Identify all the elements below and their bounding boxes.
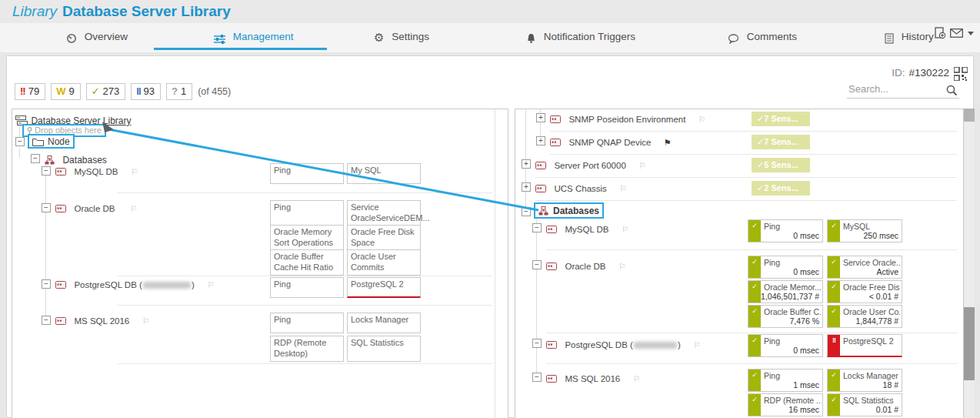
expander-device[interactable]: − <box>532 223 542 232</box>
device-row-server-port[interactable]: Server Port 60000 ⚐ <box>535 158 646 172</box>
sensor-cell[interactable]: Service OracleServiceDEM... <box>347 200 421 226</box>
sensor-cell-error[interactable]: PostgreSQL 2 <box>347 277 421 298</box>
tab-settings[interactable]: ⚙ Settings <box>374 31 429 49</box>
sensor-cell[interactable]: ✓RDP (Remote ...16 msec <box>748 393 823 416</box>
sensor-cell[interactable]: ✓Ping0 msec <box>748 334 823 357</box>
collapsed-sensors-badge[interactable]: ✓5 Sens... <box>752 158 810 172</box>
flag-icon[interactable]: ⚐ <box>619 184 627 193</box>
sensor-cell[interactable]: SQL Statistics <box>347 336 421 362</box>
active-tab-indicator <box>154 48 327 50</box>
flag-icon[interactable]: ⚐ <box>130 204 138 213</box>
collapsed-sensors-badge[interactable]: ✓7 Sens... <box>752 135 810 149</box>
email-icon[interactable] <box>950 25 963 39</box>
dropdown-caret-icon[interactable] <box>968 32 974 35</box>
sensor-row: ✓Ping0 msec !!PostgreSQL 2 <box>748 334 959 357</box>
device-row-mysql-db[interactable]: MySQL DB ⚐ <box>546 222 629 236</box>
device-row-ucs-chassis[interactable]: UCS Chassis ⚐ <box>535 181 627 195</box>
search-input[interactable] <box>847 82 941 96</box>
sensor-cell[interactable]: Oracle Memory Sort Operations <box>270 225 344 251</box>
sensor-cell[interactable]: ✓SQL Statistics0.01 # <box>827 393 902 416</box>
add-report-icon[interactable] <box>935 25 945 39</box>
device-row-snmp-qnap[interactable]: SNMP QNAP Device ⚑ <box>550 135 672 149</box>
sensor-cell[interactable]: ✓Oracle Memor...1,046,501,737 # <box>748 280 823 303</box>
expander-device[interactable]: + <box>536 136 545 145</box>
flag-icon[interactable]: ⚑ <box>664 138 672 147</box>
status-badge-paused[interactable]: II93 <box>131 83 161 100</box>
tab-notification-triggers[interactable]: Notification Triggers <box>526 31 635 49</box>
expander-group-databases[interactable]: − <box>522 207 531 216</box>
right-scrollbar[interactable] <box>964 109 975 418</box>
sensor-cell[interactable]: Locks Manager <box>347 313 421 333</box>
status-badge-errors[interactable]: !!79 <box>15 83 45 100</box>
device-icon <box>550 135 561 148</box>
collapsed-sensors-badge[interactable]: ✓2 Sens... <box>752 181 810 196</box>
sensor-cell[interactable]: ✓Ping0 msec <box>748 219 823 242</box>
device-row-ms-sql-2016[interactable]: MS SQL 2016 ⚐ <box>546 371 641 385</box>
expander-device[interactable]: − <box>42 316 51 325</box>
flag-icon[interactable]: ⚐ <box>131 167 138 176</box>
expander-databases[interactable]: − <box>31 154 40 163</box>
sensor-cell[interactable]: Oracle User Commits <box>347 249 421 276</box>
device-row-oracle-db[interactable]: Oracle DB ⚐ <box>546 259 626 273</box>
sensor-cell[interactable]: Ping <box>270 200 344 226</box>
tab-management[interactable]: Management <box>214 31 294 49</box>
flag-icon[interactable]: ⚐ <box>638 161 646 170</box>
sensor-row: Ping Service OracleServiceDEM... <box>270 200 495 226</box>
flag-icon[interactable]: ⚐ <box>207 280 215 289</box>
device-row-postgresql-db[interactable]: PostgreSQL DB () ⚐ <box>55 277 215 291</box>
sensor-cell[interactable]: ✓Oracle Buffer C...7,476 % <box>748 305 823 328</box>
sensor-cell[interactable]: Ping <box>270 313 344 333</box>
scrollbar-thumb-top[interactable] <box>964 109 975 122</box>
flag-icon[interactable]: ⚐ <box>622 225 629 234</box>
expander-node[interactable]: − <box>15 137 25 146</box>
sensor-cell[interactable]: ✓Ping0 msec <box>748 256 823 279</box>
expander-device[interactable]: + <box>522 159 531 169</box>
expander-device[interactable]: − <box>532 373 542 382</box>
sensor-cell[interactable]: ✓Ping1 msec <box>748 369 823 392</box>
device-row-snmp-poseidon[interactable]: SNMP Poseidon Environment ⚐ <box>550 112 706 125</box>
sensor-cell[interactable]: Ping <box>270 163 344 184</box>
expander-device[interactable]: − <box>532 260 542 269</box>
sensor-cell[interactable]: ✓Oracle Free Dis...< 0.01 # <box>827 280 902 303</box>
expander-device[interactable]: − <box>42 166 51 176</box>
collapsed-sensors-badge[interactable]: ✓7 Sens... <box>752 112 810 126</box>
device-row-postgresql-db[interactable]: PostgreSQL DB () ⚐ <box>546 337 701 351</box>
flag-icon[interactable]: ⚐ <box>693 340 701 349</box>
expander-device[interactable]: + <box>522 182 531 192</box>
device-row-mysql-db[interactable]: MySQL DB ⚐ <box>55 164 138 178</box>
flag-icon[interactable]: ⚐ <box>633 374 641 383</box>
tab-history[interactable]: History <box>885 31 934 49</box>
status-badge-up[interactable]: ✓273 <box>86 83 126 100</box>
scrollbar-thumb[interactable] <box>964 307 975 380</box>
tab-comments[interactable]: Comments <box>728 31 797 49</box>
qr-code-icon[interactable] <box>954 66 968 81</box>
sensor-cell-error[interactable]: !!PostgreSQL 2 <box>827 334 902 357</box>
device-row-ms-sql-2016[interactable]: MS SQL 2016 ⚐ <box>55 313 150 327</box>
sensor-row: Oracle Buffer Cache Hit Ratio Oracle Use… <box>270 249 495 276</box>
sensor-cell[interactable]: ✓MySQL250 msec <box>827 219 902 242</box>
sensor-cell[interactable]: ✓Oracle User Co...1,844,778 # <box>827 305 902 328</box>
sensor-cell[interactable]: Ping <box>270 277 344 298</box>
expander-device[interactable]: − <box>42 279 51 289</box>
status-badge-warnings[interactable]: W9 <box>51 83 81 100</box>
left-scroll-track[interactable] <box>495 109 495 418</box>
group-row-databases[interactable]: Databases <box>534 202 604 219</box>
search-icon[interactable] <box>946 83 958 97</box>
expander-device[interactable]: + <box>536 113 545 122</box>
flag-icon[interactable]: ⚐ <box>698 115 706 124</box>
device-row-oracle-db[interactable]: Oracle DB ⚐ <box>55 201 138 215</box>
sensor-cell[interactable]: ✓Locks Manager18 # <box>827 369 902 392</box>
tab-overview[interactable]: Overview <box>66 31 128 49</box>
sensor-cell[interactable]: RDP (Remote Desktop) <box>270 336 344 362</box>
node-row[interactable]: Node <box>28 134 75 149</box>
sensor-cell[interactable]: ✓Service Oracle...Active <box>827 256 902 279</box>
sensor-cell[interactable]: Oracle Free Disk Space <box>347 225 421 251</box>
flag-icon[interactable]: ⚐ <box>618 262 626 271</box>
flag-icon[interactable]: ⚐ <box>142 316 150 326</box>
sensor-cell[interactable]: Oracle Buffer Cache Hit Ratio <box>270 249 344 276</box>
device-icon <box>535 158 546 171</box>
expander-device[interactable]: − <box>42 203 51 212</box>
status-badge-unknown[interactable]: ?1 <box>166 83 192 100</box>
expander-device[interactable]: − <box>532 339 542 348</box>
sensor-cell[interactable]: My SQL <box>347 163 421 184</box>
